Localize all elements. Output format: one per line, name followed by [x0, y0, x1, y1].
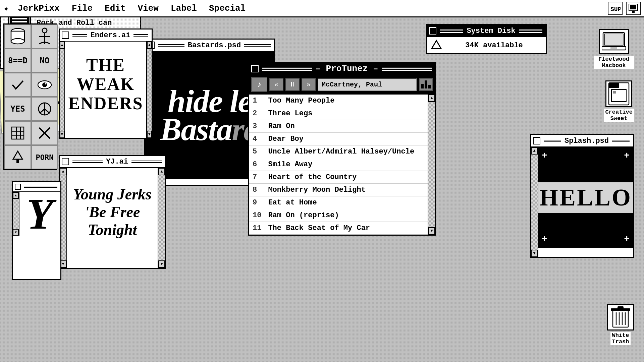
- yj-close[interactable]: [62, 158, 69, 165]
- tool-anchor[interactable]: [31, 24, 58, 49]
- scroll-up-icon: [430, 39, 442, 51]
- enders-scroll-down[interactable]: ▼: [60, 131, 64, 138]
- track-row[interactable]: 3Ram On: [249, 120, 428, 133]
- track-name: Heart of the Country: [265, 171, 428, 184]
- sup-icon[interactable]: SUP: [608, 2, 623, 15]
- icon-scroll-up[interactable]: ▲: [13, 192, 19, 199]
- svg-rect-35: [613, 310, 628, 327]
- enders-body: ▲ ▼ THEWEAKENDERS ▲ ▼: [60, 42, 152, 138]
- enders-scroll-down2[interactable]: ▼: [147, 131, 152, 138]
- equalizer-icon[interactable]: [419, 78, 433, 91]
- menu-label[interactable]: Label: [165, 2, 203, 15]
- titlebar-lines-left: [261, 67, 313, 71]
- track-row[interactable]: 11The Back Seat of My Car: [249, 222, 428, 235]
- track-number: 4: [249, 133, 265, 145]
- tool-no[interactable]: NO: [31, 49, 58, 73]
- menu-file[interactable]: File: [66, 2, 99, 15]
- enders-titlebar[interactable]: Enders.ai: [60, 29, 152, 42]
- scroll-down-arrow[interactable]: ▼: [428, 227, 435, 235]
- track-row[interactable]: 7Heart of the Country: [249, 171, 428, 184]
- track-number: 5: [249, 145, 265, 158]
- tool-cylinder[interactable]: [4, 24, 31, 49]
- yj-scroll-down2[interactable]: ▼: [158, 260, 165, 268]
- desktop-icon-white-trash[interactable]: WhiteTrash: [607, 304, 634, 345]
- protunez-titlebar[interactable]: – ProTunez –: [249, 63, 435, 75]
- svg-point-12: [45, 83, 46, 84]
- plus-3: +: [542, 234, 547, 244]
- svg-point-7: [42, 28, 47, 33]
- menu-special[interactable]: Special: [203, 2, 252, 15]
- enders-close[interactable]: [62, 32, 69, 39]
- icon-win-titlebar[interactable]: [13, 182, 60, 192]
- yj-titlebar[interactable]: YJ.ai: [60, 156, 165, 168]
- protunez-scrollbar[interactable]: ▲ ▼: [428, 95, 435, 235]
- tool-arrow-up[interactable]: [4, 145, 31, 169]
- tool-porn[interactable]: PORN: [31, 145, 58, 169]
- track-name: Ram On: [265, 120, 428, 133]
- yj-scrollbar-right[interactable]: ▲ ▼: [158, 168, 165, 268]
- music-note-icon[interactable]: ♪: [251, 77, 267, 92]
- tool-grid[interactable]: [4, 121, 31, 145]
- track-row[interactable]: 4Dear Boy: [249, 133, 428, 145]
- track-row[interactable]: 1Too Many People: [249, 95, 428, 107]
- svg-point-6: [11, 39, 24, 44]
- enders-titlebar-lines: [71, 34, 89, 37]
- monitor-icon[interactable]: [626, 2, 641, 15]
- bastards-text-display: hide leBastard: [160, 87, 259, 144]
- enders-scroll-up2[interactable]: ▲: [147, 42, 152, 49]
- icon-scroll-down[interactable]: ▼: [13, 229, 19, 236]
- desktop-icon-creative-sweet[interactable]: CreativeSweet: [604, 80, 634, 122]
- menu-edit[interactable]: Edit: [99, 2, 131, 15]
- enders-scrollbar-left[interactable]: ▲ ▼: [60, 42, 65, 138]
- tool-cross[interactable]: [31, 121, 58, 145]
- tool-check[interactable]: [4, 73, 31, 97]
- splash-scroll-down[interactable]: ▼: [531, 250, 538, 257]
- enders-scroll-up[interactable]: ▲: [60, 42, 64, 49]
- track-number: 7: [249, 171, 265, 184]
- yj-scroll-up[interactable]: ▲: [60, 168, 66, 175]
- yj-scroll-up2[interactable]: ▲: [158, 168, 165, 175]
- menu-view[interactable]: View: [132, 2, 165, 15]
- plus-4: +: [624, 234, 630, 244]
- protunez-close[interactable]: [251, 65, 259, 72]
- track-row[interactable]: 2Three Legs: [249, 107, 428, 120]
- splash-close[interactable]: [533, 137, 540, 144]
- apple-menu-icon[interactable]: ✦: [3, 3, 9, 14]
- icon-scrollbar[interactable]: ▲ ▼: [13, 192, 19, 236]
- tool-eye[interactable]: [31, 73, 58, 97]
- enders-scrollbar-right[interactable]: ▲ ▼: [146, 42, 152, 138]
- yj-content: Young Jerks'Be FreeTonight: [67, 168, 158, 257]
- tool-yes[interactable]: YES: [4, 97, 31, 121]
- bastards-titlebar[interactable]: Bastards.psd: [145, 40, 274, 52]
- rewind-button[interactable]: «: [269, 78, 283, 91]
- icon-win-content: Y: [19, 192, 60, 236]
- system-disk-titlebar[interactable]: System Disk: [427, 25, 546, 37]
- forward-button[interactable]: »: [302, 78, 316, 91]
- splash-scrollbar-left[interactable]: ▲ ▼: [531, 147, 538, 257]
- track-row[interactable]: 6Smile Away: [249, 158, 428, 171]
- splash-scroll-up[interactable]: ▲: [531, 147, 538, 155]
- track-name: Ram On (reprise): [265, 209, 428, 222]
- track-row[interactable]: 8Monkberry Moon Delight: [249, 184, 428, 196]
- icon-win-close[interactable]: [15, 184, 21, 190]
- track-row[interactable]: 10Ram On (reprise): [249, 209, 428, 222]
- svg-point-11: [42, 82, 47, 87]
- menubar: ✦ JerkPixx File Edit View Label Special …: [0, 0, 644, 17]
- desktop-icon-fleetwood[interactable]: FleetwoodMacbook: [594, 29, 634, 69]
- protunez-window: – ProTunez – ♪ « ⏸ » McCartney, Paul 1To…: [248, 62, 436, 236]
- tool-peace[interactable]: [31, 97, 58, 121]
- tool-8d[interactable]: 8==D: [4, 49, 31, 73]
- track-row[interactable]: 9Eat at Home: [249, 196, 428, 209]
- track-row[interactable]: 5Uncle Albert/Admiral Halsey/Uncle: [249, 145, 428, 158]
- scroll-up-arrow[interactable]: ▲: [428, 95, 435, 102]
- splash-titlebar-lines: [542, 140, 562, 142]
- close-button[interactable]: [429, 27, 436, 35]
- svg-rect-30: [610, 47, 617, 49]
- splash-body: ▲ ▼ + + + + + + HELLO: [531, 147, 633, 257]
- titlebar-lines: [438, 29, 465, 33]
- bastards-title: Bastards.psd: [188, 41, 241, 50]
- track-name: Eat at Home: [265, 196, 428, 209]
- artist-display: McCartney, Paul: [318, 78, 417, 91]
- splash-titlebar[interactable]: Splash.psd: [531, 135, 633, 147]
- pause-button[interactable]: ⏸: [285, 78, 300, 91]
